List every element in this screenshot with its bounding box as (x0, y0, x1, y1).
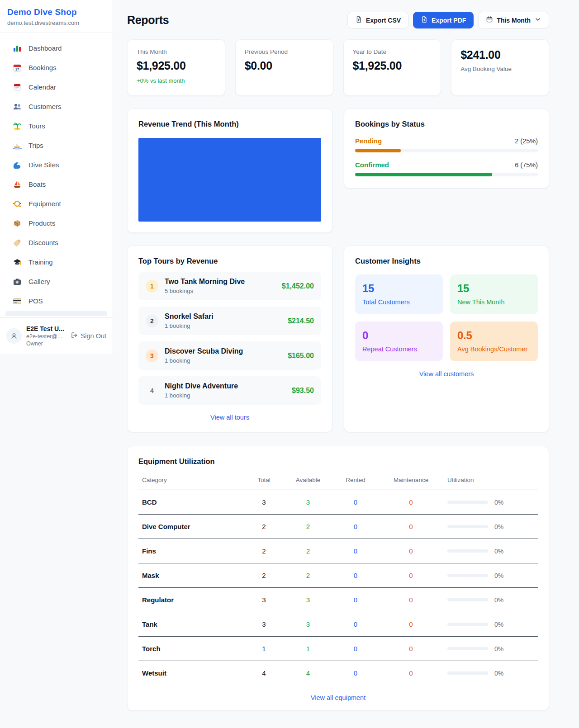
pos-icon (13, 297, 22, 306)
col-header-utilization: Utilization (444, 473, 538, 490)
top-tours-title: Top Tours by Revenue (138, 257, 321, 265)
stat-value: $0.00 (245, 59, 324, 72)
status-bar-track (355, 173, 538, 176)
sidebar-item-label: Gallery (28, 278, 50, 285)
user-meta: E2E Test U... e2e-tester@... Owner (26, 325, 66, 347)
col-header-available: Available (283, 473, 333, 490)
sign-out-icon (71, 331, 78, 340)
status-bar-fill (355, 173, 492, 176)
sidebar-item-gallery[interactable]: Gallery (0, 272, 113, 291)
table-row: Wetsuit 4 4 0 0 0% (138, 661, 538, 685)
equipment-icon (13, 199, 22, 208)
sidebar-item-dashboard[interactable]: Dashboard (0, 38, 113, 58)
stat-delta: +0% vs last month (137, 77, 216, 84)
sidebar-item-label: Dive Sites (28, 161, 59, 169)
tile-label: Total Customers (362, 298, 436, 306)
sidebar-item-reports-partial[interactable] (5, 311, 107, 316)
sidebar-item-discounts[interactable]: Discounts (0, 233, 113, 252)
tile-value: 15 (457, 282, 531, 295)
page-header: Reports Export CSV Export PDF This Month (127, 12, 549, 28)
stats-row: This Month $1,925.00 +0% vs last month P… (127, 39, 549, 96)
tours-icon (13, 122, 22, 131)
customers-icon (13, 102, 22, 111)
tile-value: 0 (362, 329, 436, 342)
export-csv-button[interactable]: Export CSV (347, 12, 408, 28)
products-icon (13, 219, 22, 228)
sidebar-item-calendar[interactable]: Calendar (0, 77, 113, 97)
gallery-icon (13, 277, 22, 286)
view-all-customers-link[interactable]: View all customers (355, 370, 538, 378)
tour-amount: $165.00 (288, 352, 314, 360)
col-header-category: Category (138, 473, 245, 490)
period-dropdown-value: This Month (497, 17, 531, 24)
status-label: Confirmed (355, 161, 389, 169)
stat-label: Previous Period (245, 48, 324, 55)
tile-value: 15 (362, 282, 436, 295)
avatar (6, 328, 22, 344)
brand-domain: demo.test.divestreams.com (7, 19, 105, 26)
rank-badge: 3 (146, 350, 158, 362)
sidebar-item-bookings[interactable]: 17 Bookings (0, 58, 113, 77)
status-bar-fill (355, 149, 401, 152)
sidebar-item-label: Discounts (28, 239, 58, 246)
table-row: Torch 1 1 0 0 0% (138, 637, 538, 661)
tour-amount: $1,452.00 (282, 282, 314, 290)
export-pdf-button[interactable]: Export PDF (413, 12, 474, 28)
tile-label: New This Month (457, 298, 531, 306)
tour-name: Snorkel Safari (165, 312, 281, 321)
stat-value: $1,925.00 (353, 59, 432, 72)
sidebar-item-boats[interactable]: Boats (0, 175, 113, 194)
customer-insights-title: Customer Insights (355, 257, 538, 265)
chevron-down-icon (534, 16, 541, 24)
file-download-icon (355, 16, 362, 24)
status-row-confirmed: Confirmed 6 (75%) (355, 161, 538, 176)
rank-badge: 4 (146, 384, 158, 397)
sidebar-item-equipment[interactable]: Equipment (0, 194, 113, 213)
sign-out-button[interactable]: Sign Out (71, 331, 106, 340)
table-row: Dive Computer 2 2 0 0 0% (138, 515, 538, 539)
sidebar-item-customers[interactable]: Customers (0, 97, 113, 116)
stat-value: $241.00 (460, 48, 540, 61)
sidebar-item-label: POS (28, 297, 43, 305)
boats-icon (13, 180, 22, 189)
brand: Demo Dive Shop demo.test.divestreams.com (0, 0, 113, 33)
table-row: Tank 3 3 0 0 0% (138, 612, 538, 637)
user-name: E2E Test U... (26, 325, 66, 332)
stat-card-avg-booking-value: $241.00 Avg Booking Value (451, 39, 549, 96)
status-count: 6 (75%) (515, 161, 538, 169)
tour-row[interactable]: 2 Snorkel Safari 1 booking $214.50 (138, 307, 321, 335)
sidebar-item-products[interactable]: Products (0, 213, 113, 233)
trips-icon (13, 141, 22, 150)
stat-label: This Month (137, 48, 216, 55)
status-count: 2 (25%) (515, 137, 538, 145)
sidebar-item-dive-sites[interactable]: Dive Sites (0, 155, 113, 175)
period-dropdown[interactable]: This Month (478, 12, 549, 28)
view-all-equipment-link[interactable]: View all equipment (138, 694, 538, 701)
view-all-tours-link[interactable]: View all tours (138, 414, 321, 421)
lists-row: Top Tours by Revenue 1 Two Tank Morning … (127, 246, 549, 432)
table-row: Regulator 3 3 0 0 0% (138, 588, 538, 612)
stat-label: Avg Booking Value (460, 66, 540, 72)
utilization-bar: 0% (447, 548, 534, 555)
rank-badge: 2 (146, 315, 158, 327)
revenue-trend-title: Revenue Trend (This Month) (138, 120, 321, 128)
tour-row[interactable]: 1 Two Tank Morning Dive 5 bookings $1,45… (138, 272, 321, 300)
tile-label: Avg Bookings/Customer (457, 345, 531, 353)
utilization-bar: 0% (447, 572, 534, 579)
utilization-bar: 0% (447, 523, 534, 530)
page-title: Reports (127, 14, 169, 27)
sidebar-item-label: Equipment (28, 200, 61, 208)
sidebar-item-label: Calendar (28, 83, 56, 91)
insight-tile-repeat-customers: 0 Repeat Customers (355, 321, 443, 361)
tour-bookings: 1 booking (165, 322, 281, 329)
user-role: Owner (26, 340, 66, 347)
sidebar-item-trips[interactable]: Trips (0, 136, 113, 155)
tour-row[interactable]: 3 Discover Scuba Diving 1 booking $165.0… (138, 341, 321, 370)
sidebar-item-training[interactable]: Training (0, 252, 113, 272)
tour-row[interactable]: 4 Night Dive Adventure 1 booking $93.50 (138, 376, 321, 405)
sidebar-item-tours[interactable]: Tours (0, 116, 113, 136)
tile-label: Repeat Customers (362, 345, 436, 353)
table-row: BCD 3 3 0 0 0% (138, 490, 538, 515)
sidebar-item-pos[interactable]: POS (0, 291, 113, 311)
status-bar-track (355, 149, 538, 152)
